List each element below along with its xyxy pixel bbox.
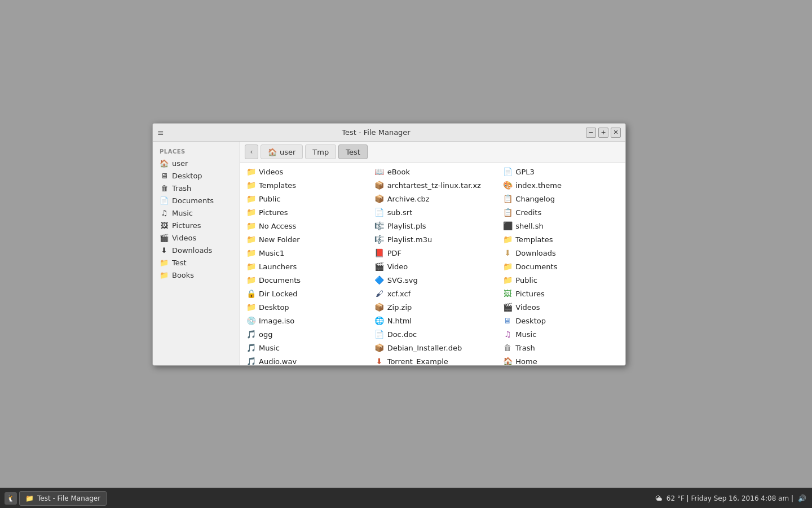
file-type-icon: 📕: [374, 248, 385, 258]
list-item[interactable]: 📁Templates: [240, 178, 369, 192]
list-item[interactable]: 📄GPL3: [497, 165, 625, 178]
sidebar-item-user[interactable]: 🏠 user: [153, 157, 240, 169]
file-manager-window: ≡ Test - File Manager − + ✕ PLACES 🏠 use…: [152, 123, 626, 366]
file-type-icon: 📁: [246, 207, 256, 217]
file-name: xcf.xcf: [387, 290, 411, 298]
list-item[interactable]: 📁Desktop: [240, 300, 369, 314]
list-item[interactable]: 🗑Trash: [497, 341, 625, 354]
taskbar-app-button[interactable]: 📁 Test - File Manager: [19, 491, 107, 506]
list-item[interactable]: 📁Videos: [240, 165, 369, 178]
list-item[interactable]: 📦Debian_Installer.deb: [369, 341, 497, 354]
home-icon: 🏠: [268, 148, 277, 156]
list-item[interactable]: 📋Changelog: [497, 192, 625, 205]
list-item[interactable]: 🏠Home: [497, 354, 625, 365]
breadcrumb-test[interactable]: Test: [338, 144, 368, 159]
file-type-icon: 📦: [374, 343, 385, 353]
list-item[interactable]: 🎬Videos: [497, 300, 625, 314]
list-item[interactable]: 🎼Playlist.pls: [369, 219, 497, 233]
maximize-button[interactable]: +: [598, 128, 608, 138]
file-type-icon: 🔷: [374, 275, 385, 285]
list-item[interactable]: 📕PDF: [369, 246, 497, 260]
file-name: Video: [387, 262, 408, 271]
list-item[interactable]: 📖eBook: [369, 165, 497, 178]
list-item[interactable]: 📁Public: [240, 192, 369, 205]
list-item[interactable]: 📁Launchers: [240, 260, 369, 273]
main-panel: ‹ 🏠 user Tmp Test 📁Videos📖eBook📄GPL3📁Tem…: [240, 142, 625, 365]
minimize-button[interactable]: −: [586, 128, 596, 138]
sidebar-item-desktop[interactable]: 🖥 Desktop: [153, 169, 240, 182]
sidebar-item-trash[interactable]: 🗑 Trash: [153, 182, 240, 194]
back-button[interactable]: ‹: [245, 144, 258, 159]
list-item[interactable]: 🖥Desktop: [497, 314, 625, 327]
file-type-icon: 🏠: [502, 356, 513, 365]
taskbar-app-label: Test - File Manager: [37, 494, 100, 502]
sidebar-item-downloads[interactable]: ⬇ Downloads: [153, 244, 240, 256]
list-item[interactable]: ⬇Downloads: [497, 246, 625, 260]
sidebar-item-pictures[interactable]: 🖼 Pictures: [153, 219, 240, 231]
sidebar-item-test[interactable]: 📁 Test: [153, 256, 240, 269]
breadcrumb-user[interactable]: 🏠 user: [261, 144, 303, 159]
file-type-icon: 🖥: [502, 316, 513, 326]
file-name: PDF: [387, 249, 401, 257]
file-name: Public: [259, 195, 280, 203]
file-name: SVG.svg: [387, 276, 418, 284]
sidebar-item-videos[interactable]: 🎬 Videos: [153, 231, 240, 244]
sidebar-label-videos: Videos: [172, 234, 196, 242]
list-item[interactable]: 📦archtartest_tz-linux.tar.xz: [369, 178, 497, 192]
file-type-icon: 📁: [502, 275, 513, 285]
taskbar: 🐧 📁 Test - File Manager 🌥 62 °F | Friday…: [0, 488, 812, 508]
list-item[interactable]: 📁No Access: [240, 219, 369, 233]
file-type-icon: 🎼: [374, 221, 385, 231]
list-item[interactable]: 📁Documents: [497, 260, 625, 273]
file-name: Videos: [515, 303, 540, 312]
list-item[interactable]: 📋Credits: [497, 205, 625, 219]
taskbar-start-icon[interactable]: 🐧: [5, 492, 17, 505]
list-item[interactable]: 🎵Audio.wav: [240, 354, 369, 365]
file-type-icon: 🎵: [246, 343, 256, 353]
list-item[interactable]: ♫Music: [497, 327, 625, 341]
file-name: Documents: [515, 262, 557, 271]
close-button[interactable]: ✕: [611, 128, 621, 138]
file-name: Templates: [515, 235, 553, 244]
file-name: index.theme: [515, 181, 562, 190]
sidebar-item-documents[interactable]: 📄 Documents: [153, 194, 240, 207]
file-type-icon: 📁: [246, 221, 256, 231]
file-type-icon: 📁: [246, 261, 256, 271]
list-item[interactable]: ⬛shell.sh: [497, 219, 625, 233]
list-item[interactable]: 🔷SVG.svg: [369, 273, 497, 287]
list-item[interactable]: 🎵ogg: [240, 327, 369, 341]
list-item[interactable]: 📁Music1: [240, 246, 369, 260]
file-type-icon: 📁: [502, 261, 513, 271]
list-item[interactable]: 🖼Pictures: [497, 287, 625, 300]
list-item[interactable]: 📁Pictures: [240, 205, 369, 219]
list-item[interactable]: 🎬Video: [369, 260, 497, 273]
file-type-icon: 🖼: [502, 288, 513, 299]
sidebar-icon-music: ♫: [160, 208, 169, 217]
list-item[interactable]: 🎨index.theme: [497, 178, 625, 192]
file-name: Home: [515, 357, 537, 366]
file-name: Changelog: [515, 195, 555, 203]
menu-icon[interactable]: ≡: [157, 128, 166, 137]
sidebar-item-books[interactable]: 📁 Books: [153, 269, 240, 281]
file-name: Music1: [259, 249, 284, 257]
sidebar-icon-downloads: ⬇: [160, 246, 169, 255]
list-item[interactable]: 🎼Playlist.m3u: [369, 233, 497, 246]
sidebar-item-music[interactable]: ♫ Music: [153, 207, 240, 219]
list-item[interactable]: 🌐N.html: [369, 314, 497, 327]
list-item[interactable]: 🎵Music: [240, 341, 369, 354]
list-item[interactable]: 📦Zip.zip: [369, 300, 497, 314]
list-item[interactable]: 📦Archive.cbz: [369, 192, 497, 205]
sidebar-label-pictures: Pictures: [172, 221, 201, 230]
list-item[interactable]: 📁Public: [497, 273, 625, 287]
breadcrumb-tmp[interactable]: Tmp: [305, 144, 336, 159]
list-item[interactable]: 💿Image.iso: [240, 314, 369, 327]
list-item[interactable]: 📁Templates: [497, 233, 625, 246]
list-item[interactable]: 🔒Dir Locked: [240, 287, 369, 300]
list-item[interactable]: 🖌xcf.xcf: [369, 287, 497, 300]
list-item[interactable]: ⬇Torrent_Example: [369, 354, 497, 365]
list-item[interactable]: 📁New Folder: [240, 233, 369, 246]
list-item[interactable]: 📄Doc.doc: [369, 327, 497, 341]
file-type-icon: 📁: [246, 167, 256, 177]
list-item[interactable]: 📄sub.srt: [369, 205, 497, 219]
list-item[interactable]: 📁Documents: [240, 273, 369, 287]
